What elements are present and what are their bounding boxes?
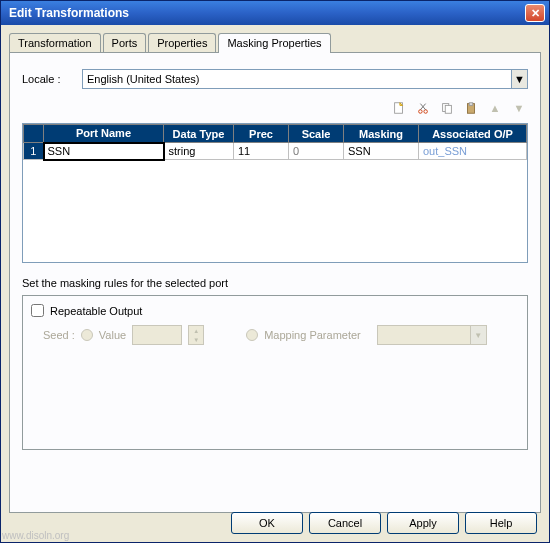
svg-rect-8 [469,103,473,106]
cancel-button[interactable]: Cancel [309,512,381,534]
dialog-content: Transformation Ports Properties Masking … [1,25,549,521]
seed-value-label: Value [99,329,126,341]
datatype-cell[interactable]: string [164,143,234,160]
grid-wrapper: Port Name Data Type Prec Scale Masking A… [22,123,528,263]
tab-ports[interactable]: Ports [103,33,147,52]
scale-cell[interactable]: 0 [289,143,344,160]
watermark-text: www.disoln.org [2,530,69,541]
close-button[interactable]: ✕ [525,4,545,22]
seed-value-radio [81,329,93,341]
seed-value-input [132,325,182,345]
repeatable-output-row: Repeatable Output [31,304,519,317]
rules-caption: Set the masking rules for the selected p… [22,277,528,289]
svg-point-1 [419,110,423,114]
mapping-param-radio [246,329,258,341]
edit-transformations-dialog: Edit Transformations ✕ Transformation Po… [0,0,550,543]
assoc-cell[interactable]: out_SSN [419,143,527,160]
seed-spinner: ▲ ▼ [188,325,204,345]
masking-grid: Port Name Data Type Prec Scale Masking A… [23,124,527,161]
titlebar: Edit Transformations ✕ [1,1,549,25]
masking-rules-panel: Repeatable Output Seed : Value ▲ ▼ Mappi… [22,295,528,450]
locale-label: Locale : [22,73,82,85]
tab-transformation[interactable]: Transformation [9,33,101,52]
chevron-down-icon: ▼ [511,70,527,88]
up-arrow-icon[interactable]: ▲ [486,99,504,117]
cut-icon[interactable] [414,99,432,117]
chevron-up-icon: ▲ [189,326,203,335]
masking-cell[interactable]: SSN [344,143,419,160]
grid-header-scale[interactable]: Scale [289,125,344,143]
grid-header-rownum[interactable] [24,125,44,143]
new-file-icon[interactable] [390,99,408,117]
locale-value: English (United States) [87,73,200,85]
tab-masking-properties[interactable]: Masking Properties [218,33,330,53]
portname-cell[interactable]: SSN [44,143,164,160]
prec-cell[interactable]: 11 [234,143,289,160]
grid-header-prec[interactable]: Prec [234,125,289,143]
grid-header-row: Port Name Data Type Prec Scale Masking A… [24,125,527,143]
chevron-down-icon: ▼ [189,335,203,344]
apply-button[interactable]: Apply [387,512,459,534]
table-row[interactable]: 1 SSN string 11 0 SSN out_SSN [24,143,527,160]
locale-combo[interactable]: English (United States) ▼ [82,69,528,89]
help-button[interactable]: Help [465,512,537,534]
mapping-param-combo: ▼ [377,325,487,345]
window-title: Edit Transformations [5,6,525,20]
seed-label: Seed : [43,329,75,341]
repeatable-output-checkbox[interactable] [31,304,44,317]
down-arrow-icon[interactable]: ▼ [510,99,528,117]
svg-rect-6 [445,105,451,113]
svg-point-2 [424,110,428,114]
tab-bar: Transformation Ports Properties Masking … [9,33,541,53]
mapping-param-label: Mapping Parameter [264,329,361,341]
grid-header-assoc[interactable]: Associated O/P [419,125,527,143]
paste-icon[interactable] [462,99,480,117]
repeatable-output-label: Repeatable Output [50,305,142,317]
tab-properties[interactable]: Properties [148,33,216,52]
copy-icon[interactable] [438,99,456,117]
seed-row: Seed : Value ▲ ▼ Mapping Parameter ▼ [31,325,519,345]
grid-header-portname[interactable]: Port Name [44,125,164,143]
row-number-cell[interactable]: 1 [24,143,44,160]
grid-toolbar: ▲ ▼ [18,99,532,123]
close-icon: ✕ [531,7,540,20]
locale-row: Locale : English (United States) ▼ [22,69,528,89]
grid-header-datatype[interactable]: Data Type [164,125,234,143]
dialog-button-bar: OK Cancel Apply Help [231,512,537,534]
grid-header-masking[interactable]: Masking [344,125,419,143]
chevron-down-icon: ▼ [470,326,486,344]
ok-button[interactable]: OK [231,512,303,534]
tab-panel-masking: Locale : English (United States) ▼ ▲ ▼ [9,53,541,513]
